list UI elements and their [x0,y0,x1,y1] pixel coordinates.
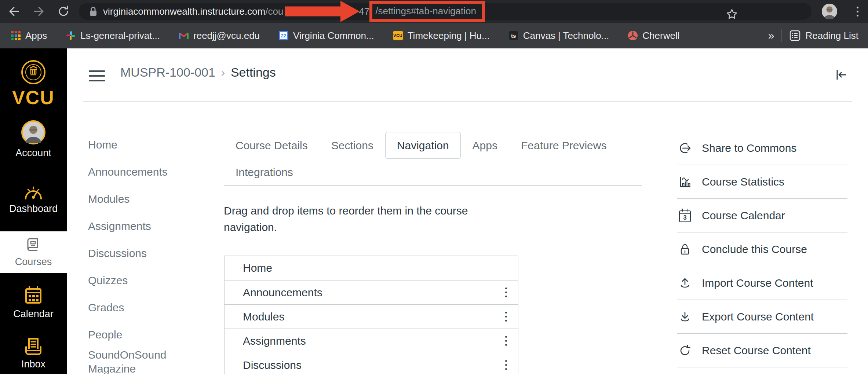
tab-feature-previews[interactable]: Feature Previews [509,132,618,159]
cherwell-icon [628,31,638,40]
nav-list-label: Discussions [243,359,302,371]
action-label: Export Course Content [702,311,814,323]
bookmarks-divider [781,29,782,42]
header-divider [83,101,852,102]
course-nav-modules[interactable]: Modules [88,186,193,213]
url-path-highlighted: /settings#tab-navigation [375,6,476,16]
canvas-app: VCU Account Dashboard Courses Calendar [0,48,868,374]
global-nav-account[interactable]: Account [0,120,67,159]
dashboard-gauge-icon [0,183,67,200]
breadcrumb-page: Settings [231,65,276,80]
tab-course-details[interactable]: Course Details [224,132,320,159]
lock-icon [89,6,97,16]
vcu-logo-text: VCU [0,87,67,109]
browser-profile-avatar[interactable] [822,4,837,19]
bookmarks-overflow-chevron[interactable]: » [768,29,774,42]
global-nav-sidebar: VCU Account Dashboard Courses Calendar [0,48,67,374]
reading-list-icon [789,30,800,41]
browser-reload-button[interactable] [55,0,72,23]
apps-grid-icon [11,31,21,40]
course-nav-grades[interactable]: Grades [88,294,193,321]
breadcrumb: MUSPR-100-001 › Settings [120,65,276,80]
action-label: Course Calendar [702,209,785,222]
reading-list-button[interactable]: Reading List [789,30,858,41]
course-statistics-link[interactable]: Course Statistics [677,165,847,199]
calendar-badge: 22 [280,32,287,39]
import-course-content-link[interactable]: Import Course Content [677,266,847,300]
export-course-content-link[interactable]: Export Course Content [677,300,847,334]
breadcrumb-separator: › [221,66,225,79]
gmail-icon [179,31,189,40]
action-label: Share to Commons [702,142,796,154]
main-content: MUSPR-100-001 › Settings Home Announceme… [67,48,868,374]
course-calendar-link[interactable]: 3 Course Calendar [677,199,847,232]
bookmark-label: Timekeeping | Hu... [408,30,490,41]
course-nav-soundonsound[interactable]: SoundOnSound Magazine [88,348,193,374]
vcu-logo[interactable]: VCU [0,59,67,109]
reading-list-label: Reading List [805,30,858,41]
conclude-course-link[interactable]: Conclude this Course [677,232,847,266]
action-label: Conclude this Course [702,243,807,256]
reset-course-content-link[interactable]: Reset Course Content [677,334,847,367]
share-commons-icon [677,141,693,155]
nav-list-row-announcements[interactable]: Announcements [225,280,518,304]
global-nav-label: Dashboard [0,203,67,214]
course-nav-home[interactable]: Home [88,131,193,158]
course-nav-assignments[interactable]: Assignments [88,213,193,240]
red-annotation-box: /settings#tab-navigation [369,1,485,22]
bookmark-google-calendar[interactable]: 22 Virginia Common... [279,30,374,41]
bookmark-gmail[interactable]: reedjj@vcu.edu [179,30,260,41]
nav-list-row-modules[interactable]: Modules [225,304,518,329]
bookmark-label: Ls-general-privat... [80,30,160,41]
nav-list-row-assignments[interactable]: Assignments [225,329,518,353]
collapse-sidebar-icon[interactable] [834,67,849,82]
course-nav-people[interactable]: People [88,321,193,348]
action-label: Reset Course Content [702,344,811,357]
bookmark-star-icon[interactable] [726,8,738,21]
browser-back-button[interactable] [5,0,22,23]
kebab-menu-icon[interactable] [502,309,510,324]
vcu-seal-icon [0,59,67,85]
tab-sections[interactable]: Sections [320,132,385,159]
nav-list-row-discussions[interactable]: Discussions [225,353,518,374]
global-nav-inbox[interactable]: Inbox [0,337,67,370]
nav-list-row-home[interactable]: Home [225,256,518,280]
google-calendar-icon: 22 [279,31,288,40]
course-nav-discussions[interactable]: Discussions [88,240,193,267]
download-icon [677,310,693,324]
bookmark-label: reedjj@vcu.edu [193,30,260,41]
bookmark-apps[interactable]: Apps [11,30,47,41]
bookmark-slack[interactable]: Ls-general-privat... [66,30,160,41]
drag-drop-instructions: Drag and drop items to reorder them in t… [224,202,483,235]
global-nav-courses[interactable]: Courses [0,231,67,273]
calendar-grid-icon [0,285,67,306]
bookmark-label: Cherwell [642,30,679,41]
global-nav-dashboard[interactable]: Dashboard [0,183,67,214]
breadcrumb-course-link[interactable]: MUSPR-100-001 [120,65,215,80]
course-nav-announcements[interactable]: Announcements [88,158,193,186]
global-nav-calendar[interactable]: Calendar [0,285,67,320]
red-annotation-arrow-head [340,1,360,22]
tab-apps[interactable]: Apps [461,132,509,159]
browser-menu-icon[interactable] [852,5,863,18]
url-text: virginiacommonwealth.instructure.com/cou… [103,1,485,22]
bookmark-label: Apps [25,30,47,41]
course-nav-quizzes[interactable]: Quizzes [88,267,193,294]
kebab-menu-icon[interactable] [502,333,510,349]
bookmark-cherwell[interactable]: Cherwell [628,30,679,41]
tab-integrations[interactable]: Integrations [224,159,305,186]
tab-navigation[interactable]: Navigation [385,132,461,159]
lock-icon [677,242,693,256]
course-nav: Home Announcements Modules Assignments D… [88,131,193,374]
inbox-tray-icon [0,337,67,356]
kebab-menu-icon[interactable] [502,357,510,373]
bookmark-timekeeping[interactable]: VCU Timekeeping | Hu... [393,30,490,41]
bookmark-canvas-tech[interactable]: ts Canvas | Technolo... [509,30,609,41]
hamburger-menu-icon[interactable] [89,70,105,85]
address-bar[interactable]: virginiacommonwealth.instructure.com/cou… [79,3,812,20]
kebab-menu-icon[interactable] [502,285,510,300]
browser-forward-button[interactable] [31,0,48,23]
upload-icon [677,276,693,290]
share-to-commons-link[interactable]: Share to Commons [677,131,847,165]
browser-toolbar: virginiacommonwealth.instructure.com/cou… [0,0,868,23]
